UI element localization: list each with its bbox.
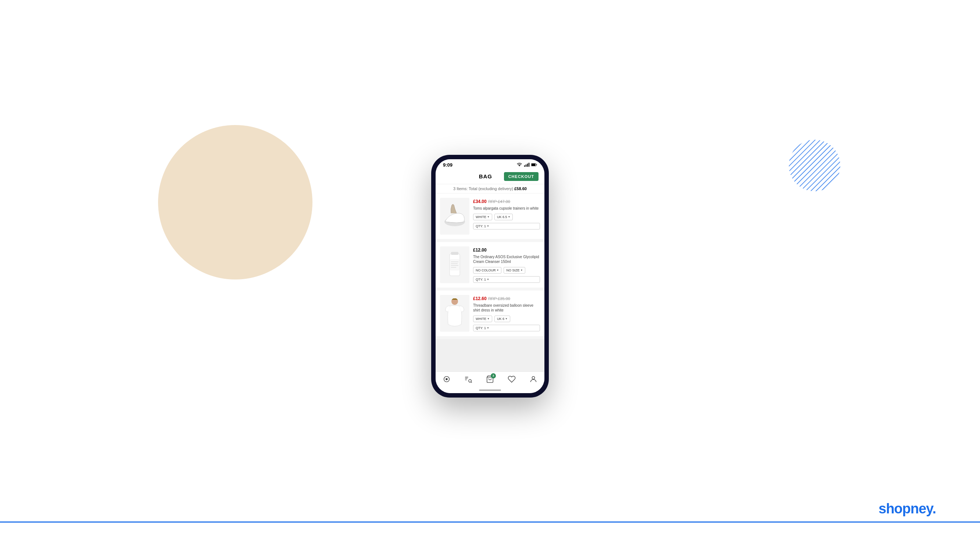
product-3-sale-price: £12.60	[473, 296, 487, 301]
nav-search[interactable]	[464, 375, 473, 384]
product-3-size-selector[interactable]: UK 6 ▼	[495, 316, 510, 322]
battery-icon	[531, 163, 537, 167]
product-card-1: £34.00 RRP £47.00 Toms alpargata cupsole…	[436, 193, 544, 239]
product-image-1	[440, 198, 469, 235]
svg-rect-13	[451, 252, 458, 255]
shopney-logo: shopney.	[878, 501, 936, 517]
product-info-3: £12.60 RRP £35.00 Threadbare oversized b…	[473, 295, 540, 332]
product-2-selectors: NO COLOUR ▼ NO SIZE ▼	[473, 267, 540, 274]
nav-wishlist[interactable]	[507, 375, 516, 384]
product-2-name: The Ordinary ASOS Exclusive Glycolipid C…	[473, 254, 540, 264]
svg-rect-2	[524, 166, 525, 167]
account-icon	[529, 375, 538, 384]
nav-home[interactable]	[442, 375, 451, 384]
bag-badge: 3	[491, 373, 496, 378]
product-1-size-selector[interactable]: UK 6.5 ▼	[495, 214, 513, 220]
svg-point-22	[445, 378, 448, 380]
background-stripes	[789, 140, 840, 191]
checkout-button[interactable]: CHECKOUT	[504, 172, 539, 181]
product-1-name: Toms alpargata cupsole trainers in white	[473, 206, 540, 211]
signal-icon	[524, 163, 530, 167]
cart-items-list: £34.00 RRP £47.00 Toms alpargata cupsole…	[436, 193, 544, 372]
cart-empty-area	[436, 339, 544, 372]
product-3-color-selector[interactable]: WHITE ▼	[473, 316, 492, 322]
product-2-qty-selector[interactable]: QTY: 1 ▼	[473, 276, 540, 283]
svg-rect-8	[531, 164, 536, 166]
header: BAG CHECKOUT	[436, 169, 544, 184]
product-1-qty-selector[interactable]: QTY: 1 ▼	[473, 223, 540, 230]
product-3-qty-selector[interactable]: QTY: 1 ▼	[473, 325, 540, 331]
product-3-name: Threadbare oversized balloon sleeve shir…	[473, 303, 540, 313]
background-circle	[158, 125, 312, 279]
product-2-color-selector[interactable]: NO COLOUR ▼	[473, 267, 501, 274]
wifi-icon	[517, 163, 522, 167]
status-time: 9:09	[443, 162, 452, 168]
product-card-2: £12.00 The Ordinary ASOS Exclusive Glyco…	[436, 242, 544, 287]
product-2-price: £12.00	[473, 247, 487, 253]
status-icons	[517, 163, 537, 167]
product-1-selectors: WHITE ▼ UK 6.5 ▼	[473, 214, 540, 220]
subtotal-amount: £58.60	[514, 187, 527, 191]
product-1-color-selector[interactable]: WHITE ▼	[473, 214, 492, 220]
status-bar: 9:09	[436, 159, 544, 169]
product-2-size-selector[interactable]: NO SIZE ▼	[504, 267, 525, 274]
home-indicator	[436, 388, 544, 393]
subtotal-text: 3 Items: Total (excluding delivery)	[453, 187, 513, 191]
product-card-3: £12.60 RRP £35.00 Threadbare oversized b…	[436, 290, 544, 336]
svg-rect-5	[528, 163, 529, 167]
bottom-line	[0, 522, 980, 523]
bag-title: BAG	[479, 173, 492, 179]
phone-frame: 9:09	[431, 155, 549, 397]
home-bar	[479, 389, 501, 391]
home-icon	[442, 375, 451, 384]
search-icon	[464, 375, 473, 384]
product-image-3	[440, 295, 469, 332]
phone-screen: 9:09	[436, 159, 544, 393]
bottom-navigation: 3	[436, 372, 544, 388]
nav-bag[interactable]: 3	[485, 375, 495, 384]
product-1-price-row: £34.00 RRP £47.00	[473, 198, 540, 204]
shopney-text: shopney.	[878, 501, 936, 516]
product-3-rrp: RRP £35.00	[488, 297, 510, 301]
product-info-1: £34.00 RRP £47.00 Toms alpargata cupsole…	[473, 198, 540, 235]
product-1-rrp: RRP £47.00	[488, 199, 510, 204]
product-2-price-row: £12.00	[473, 246, 540, 253]
svg-point-1	[789, 140, 840, 191]
product-1-sale-price: £34.00	[473, 199, 487, 204]
heart-icon	[507, 375, 516, 384]
svg-rect-14	[450, 259, 459, 270]
product-3-price-row: £12.60 RRP £35.00	[473, 295, 540, 302]
product-3-selectors: WHITE ▼ UK 6 ▼	[473, 316, 540, 322]
svg-rect-3	[526, 164, 527, 167]
product-info-2: £12.00 The Ordinary ASOS Exclusive Glyco…	[473, 246, 540, 283]
product-image-2	[440, 246, 469, 283]
subtotal-bar: 3 Items: Total (excluding delivery) £58.…	[436, 184, 544, 193]
svg-rect-4	[527, 164, 528, 167]
nav-account[interactable]	[529, 375, 538, 384]
svg-rect-7	[536, 164, 537, 166]
svg-point-25	[532, 376, 535, 379]
